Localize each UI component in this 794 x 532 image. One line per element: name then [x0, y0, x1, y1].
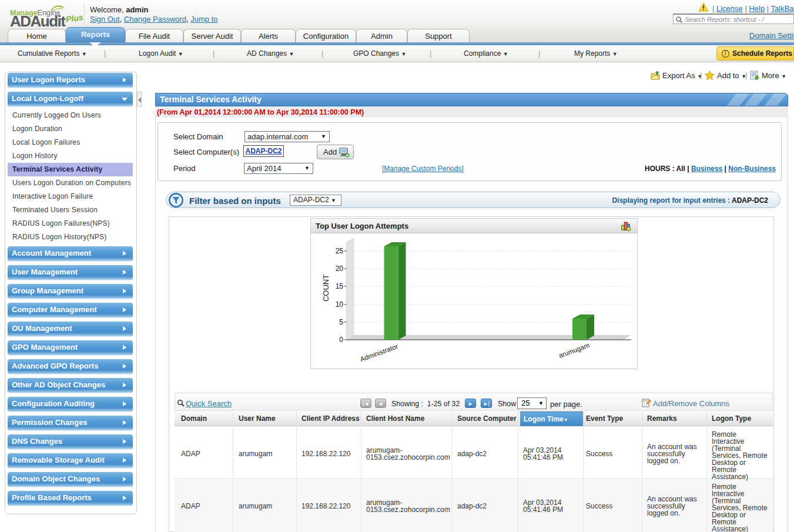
- svg-text:COUNT: COUNT: [321, 275, 330, 302]
- svg-text:20: 20: [336, 265, 344, 273]
- svg-text:0: 0: [339, 336, 343, 344]
- svg-text:25: 25: [336, 247, 344, 255]
- svg-text:Administrator: Administrator: [359, 343, 399, 363]
- svg-text:arumugam: arumugam: [558, 342, 591, 359]
- svg-text:15: 15: [336, 282, 344, 290]
- svg-text:5: 5: [339, 318, 343, 326]
- svg-text:10: 10: [336, 300, 344, 309]
